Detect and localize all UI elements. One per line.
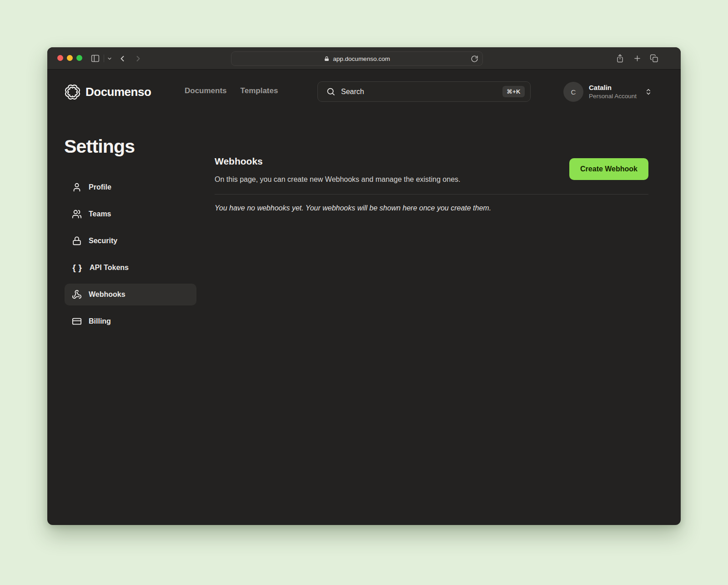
lock-icon xyxy=(324,56,330,62)
search-input[interactable]: Search ⌘+K xyxy=(317,81,531,102)
sidebar-item-label: Billing xyxy=(89,317,111,325)
nav-documents[interactable]: Documents xyxy=(185,86,227,95)
chevron-down-icon[interactable] xyxy=(107,47,112,70)
sidebar-item-label: Webhooks xyxy=(89,290,126,299)
search-placeholder: Search xyxy=(341,88,497,96)
section-heading: Webhooks xyxy=(215,156,263,167)
sidebar-toggle-icon[interactable] xyxy=(90,47,100,70)
sidebar-item-teams[interactable]: Teams xyxy=(65,203,196,225)
new-tab-icon[interactable] xyxy=(633,47,642,70)
chevrons-up-down-icon xyxy=(645,88,652,95)
nav-templates[interactable]: Templates xyxy=(241,86,278,95)
sidebar-item-security[interactable]: Security xyxy=(65,230,196,252)
address-bar[interactable]: app.documenso.com xyxy=(231,51,483,66)
brand-name: Documenso xyxy=(85,85,151,99)
documenso-logo-icon xyxy=(64,84,81,100)
search-shortcut-badge: ⌘+K xyxy=(502,86,525,97)
webhook-icon xyxy=(72,290,82,300)
section-description: On this page, you can create new Webhook… xyxy=(215,175,461,184)
user-icon xyxy=(72,182,82,192)
main-nav: Documents Templates xyxy=(185,86,278,95)
forward-button[interactable] xyxy=(134,47,143,70)
sidebar-item-webhooks[interactable]: Webhooks xyxy=(65,284,196,305)
braces-icon: { } xyxy=(72,263,83,273)
share-icon[interactable] xyxy=(616,47,624,70)
back-button[interactable] xyxy=(118,47,127,70)
zoom-window-button[interactable] xyxy=(76,55,82,61)
empty-state-text: You have no webhooks yet. Your webhooks … xyxy=(215,204,491,212)
browser-window: app.documenso.com Documenso xyxy=(47,47,681,525)
lock-icon xyxy=(72,236,82,246)
minimize-window-button[interactable] xyxy=(67,55,73,61)
section-divider xyxy=(215,194,648,195)
close-window-button[interactable] xyxy=(57,55,63,61)
sidebar-item-billing[interactable]: Billing xyxy=(65,310,196,332)
create-webhook-button[interactable]: Create Webhook xyxy=(569,158,648,180)
page-title: Settings xyxy=(64,136,135,157)
users-icon xyxy=(72,209,82,219)
account-menu[interactable]: C Catalin Personal Account xyxy=(563,82,652,102)
tab-overview-icon[interactable] xyxy=(650,47,658,70)
settings-sidebar: Profile Teams Security { } API Tokens We… xyxy=(65,176,196,332)
sidebar-item-label: Profile xyxy=(89,183,111,191)
reload-icon[interactable] xyxy=(471,55,478,63)
titlebar-separator xyxy=(104,55,104,62)
sidebar-item-label: Security xyxy=(89,237,117,245)
avatar: C xyxy=(563,82,583,102)
brand-logo[interactable]: Documenso xyxy=(64,84,151,100)
credit-card-icon xyxy=(72,316,82,326)
sidebar-item-label: API Tokens xyxy=(90,264,129,272)
sidebar-item-label: Teams xyxy=(89,210,111,218)
account-name: Catalin xyxy=(589,83,637,92)
sidebar-item-profile[interactable]: Profile xyxy=(65,176,196,198)
app-header: Documenso Documents Templates Search ⌘+K… xyxy=(47,70,681,115)
sidebar-item-api-tokens[interactable]: { } API Tokens xyxy=(65,257,196,279)
search-icon xyxy=(326,87,336,96)
url-text: app.documenso.com xyxy=(333,55,390,62)
browser-titlebar: app.documenso.com xyxy=(47,47,681,70)
traffic-lights xyxy=(57,55,82,61)
account-type: Personal Account xyxy=(589,92,637,100)
